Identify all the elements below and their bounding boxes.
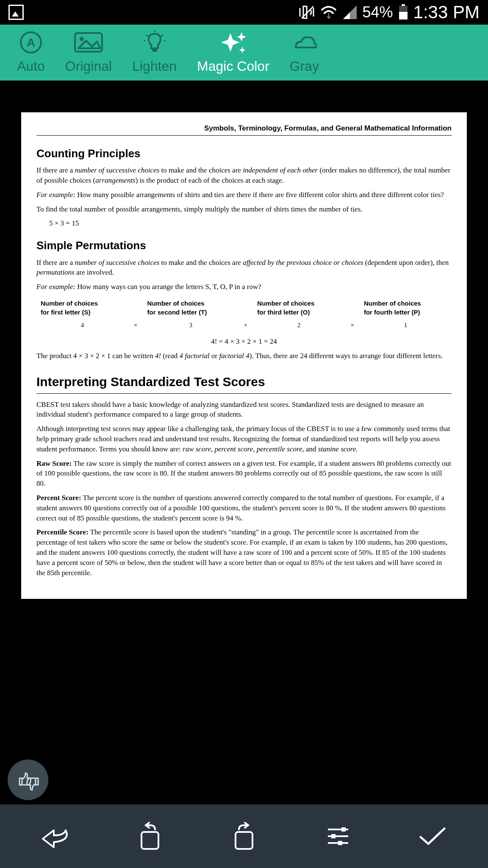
svg-rect-10 [341, 827, 346, 832]
filter-gray-label: Gray [290, 58, 319, 74]
bottom-toolbar [0, 804, 488, 868]
wifi-icon [320, 5, 337, 20]
filter-auto[interactable]: A Auto [0, 31, 55, 74]
vibrate-mute-icon [298, 5, 315, 20]
raw-score-para: Raw Score: The raw score is simply the n… [36, 459, 452, 489]
filter-magic-color[interactable]: Magic Color [187, 31, 280, 74]
scanned-document: Symbols, Terminology, Formulas, and Gene… [21, 112, 467, 599]
original-icon [73, 31, 104, 53]
magic-color-icon [218, 31, 248, 53]
filter-original[interactable]: Original [55, 31, 122, 74]
section-permutations-title: Simple Permutations [36, 238, 452, 253]
svg-rect-8 [141, 832, 158, 849]
scores-p2: Although interpreting test scores may ap… [36, 424, 452, 454]
svg-rect-7 [152, 49, 157, 52]
section-counting-title: Counting Principles [36, 146, 452, 161]
svg-point-6 [80, 37, 84, 41]
svg-rect-1 [402, 4, 405, 6]
back-arrow-icon [40, 823, 71, 849]
sliders-icon [324, 824, 352, 848]
gray-icon [291, 31, 317, 53]
section-scores-title: Interpreting Standardized Test Scores [36, 373, 452, 394]
rotate-left-icon [136, 822, 164, 851]
check-icon [417, 824, 448, 848]
auto-icon: A [19, 31, 43, 53]
perm-eq: 4! = 4 × 3 × 2 × 1 = 24 [36, 337, 452, 347]
counting-p2: To find the total number of possible arr… [36, 204, 452, 214]
rotate-right-icon [230, 822, 258, 851]
battery-percent: 54% [363, 3, 393, 21]
back-button[interactable] [39, 819, 72, 853]
counting-p1: If there are a number of successive choi… [36, 165, 452, 186]
svg-rect-9 [236, 832, 252, 849]
battery-icon [398, 4, 408, 20]
svg-rect-11 [331, 834, 336, 838]
lighten-icon [141, 31, 168, 53]
filter-toolbar: A Auto Original Lighten Magic Color Gray [0, 25, 488, 81]
filter-lighten-label: Lighten [132, 58, 177, 74]
filter-lighten[interactable]: Lighten [122, 31, 187, 74]
filter-original-label: Original [65, 58, 112, 74]
scores-p1: CBEST test takers should have a basic kn… [36, 400, 452, 420]
rotate-left-button[interactable] [133, 819, 167, 853]
filter-gray[interactable]: Gray [280, 31, 319, 74]
clock: 1:33 PM [413, 2, 480, 22]
perm-example: For example: How many ways can you arran… [36, 282, 452, 292]
status-bar: 54% 1:33 PM [0, 0, 488, 25]
perm-table: Number of choicesfor first letter (S) Nu… [36, 296, 452, 332]
percent-score-para: Percent Score: The percent score is the … [36, 493, 452, 523]
rotate-right-button[interactable] [227, 819, 261, 853]
thumbs-icon [14, 766, 42, 793]
svg-rect-2 [399, 6, 408, 12]
adjust-button[interactable] [321, 819, 355, 853]
signal-icon [342, 5, 358, 20]
percentile-score-para: Percentile Score: The percentile score i… [36, 527, 452, 578]
counting-eq: 5 × 3 = 15 [49, 218, 452, 228]
image-notification-icon [8, 5, 24, 20]
perm-p1: If there are a number of successive choi… [36, 258, 452, 278]
filter-auto-label: Auto [17, 58, 45, 74]
confirm-button[interactable] [416, 819, 449, 853]
doc-header: Symbols, Terminology, Formulas, and Gene… [36, 123, 452, 136]
svg-rect-12 [338, 841, 342, 845]
document-viewport[interactable]: Symbols, Terminology, Formulas, and Gene… [0, 81, 488, 804]
perm-p2: The product 4 × 3 × 2 × 1 can be written… [36, 351, 452, 361]
filter-magic-color-label: Magic Color [197, 58, 269, 74]
svg-text:A: A [27, 36, 35, 49]
feedback-button[interactable] [8, 760, 48, 800]
counting-example: For example: How many possible arrangeme… [36, 190, 452, 200]
